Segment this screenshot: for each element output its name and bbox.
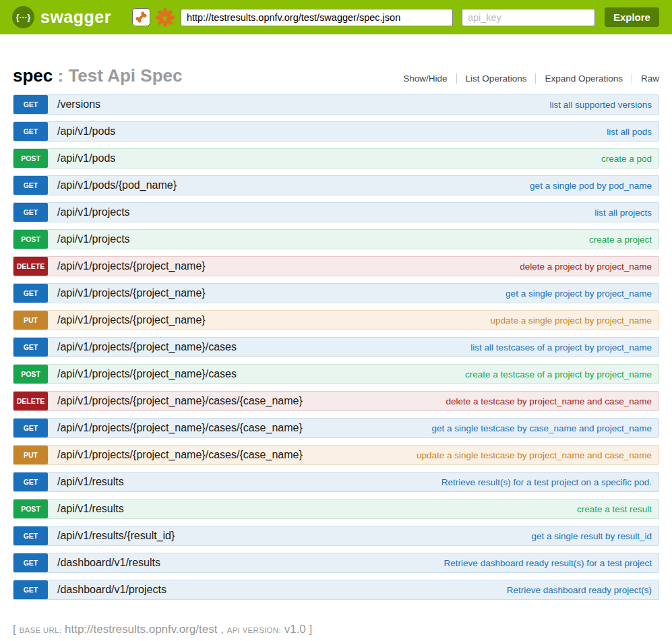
nav-show-hide[interactable]: Show/Hide	[394, 73, 456, 84]
endpoint-summary[interactable]: delete a testcase by project_name and ca…	[446, 396, 659, 406]
endpoint-summary[interactable]: update a single project by project_name	[491, 315, 659, 326]
endpoint-row[interactable]: GET/api/v1/projects/{project_name}/cases…	[13, 337, 659, 357]
pet-store-link-button[interactable]	[132, 8, 150, 26]
gear-heart-icon: ♥	[155, 7, 175, 28]
endpoint-summary[interactable]: create a test result	[577, 504, 659, 514]
method-badge[interactable]: PUT	[13, 446, 48, 464]
bone-icon	[135, 11, 148, 24]
footer-separator: ,	[220, 623, 224, 636]
endpoint-path[interactable]: /api/v1/projects/{project_name}	[57, 314, 206, 326]
page-title: spec : Test Api Spec	[13, 65, 182, 86]
method-badge[interactable]: DELETE	[13, 257, 48, 276]
api-version-value: v1.0	[284, 623, 306, 636]
endpoint-summary[interactable]: get a single pod by pod_name	[530, 181, 659, 191]
method-badge[interactable]: GET	[13, 553, 48, 572]
endpoint-row[interactable]: GET/api/v1/projectslist all projects	[13, 202, 659, 222]
endpoint-path[interactable]: /api/v1/projects/{project_name}	[57, 260, 206, 272]
endpoint-summary[interactable]: Retrieve dashboard ready result(s) for a…	[444, 558, 659, 568]
api-title: Test Api Spec	[68, 65, 182, 86]
method-badge[interactable]: POST	[13, 149, 48, 168]
wordnik-gear-button[interactable]: ♥	[155, 7, 175, 28]
endpoint-row[interactable]: PUT/api/v1/projects/{project_name}update…	[13, 310, 659, 330]
endpoint-summary[interactable]: list all pods	[607, 127, 659, 137]
api-key-input[interactable]	[462, 9, 595, 26]
endpoint-summary[interactable]: update a single testcase by project_name…	[417, 450, 659, 460]
method-badge[interactable]: GET	[13, 284, 48, 303]
method-badge[interactable]: GET	[13, 472, 48, 491]
method-badge[interactable]: GET	[13, 122, 48, 141]
endpoint-summary[interactable]: delete a project by project_name	[520, 262, 659, 272]
endpoint-summary[interactable]: get a single project by project_name	[506, 288, 659, 299]
endpoint-row[interactable]: POST/api/v1/projectscreate a project	[13, 229, 659, 249]
endpoint-path[interactable]: /api/v1/results/{result_id}	[57, 530, 175, 542]
endpoint-row[interactable]: GET/api/v1/podslist all pods	[13, 121, 659, 142]
endpoint-path[interactable]: /api/v1/projects/{project_name}/cases/{c…	[57, 422, 303, 434]
endpoint-summary[interactable]: create a pod	[601, 154, 659, 164]
endpoint-path[interactable]: /api/v1/projects	[57, 206, 130, 218]
endpoint-path[interactable]: /api/v1/projects/{project_name}/cases/{c…	[57, 449, 303, 461]
endpoint-row[interactable]: DELETE/api/v1/projects/{project_name}del…	[13, 256, 659, 276]
endpoint-row[interactable]: GET/api/v1/pods/{pod_name}get a single p…	[13, 175, 659, 195]
endpoint-path[interactable]: /api/v1/projects/{project_name}/cases/{c…	[57, 395, 303, 407]
endpoint-row[interactable]: POST/api/v1/projects/{project_name}/case…	[13, 364, 659, 384]
content-area: spec : Test Api Spec Show/Hide List Oper…	[13, 34, 659, 600]
method-badge[interactable]: GET	[13, 95, 48, 114]
endpoint-path[interactable]: /api/v1/projects/{project_name}	[57, 287, 206, 299]
endpoint-path[interactable]: /versions	[57, 98, 100, 111]
endpoint-row[interactable]: GET/api/v1/projects/{project_name}/cases…	[13, 418, 659, 438]
endpoint-path[interactable]: /api/v1/results	[57, 503, 124, 515]
method-badge[interactable]: POST	[13, 499, 48, 518]
endpoint-list: GET/versionslist all supported versionsG…	[13, 94, 659, 600]
base-url-label: base url:	[19, 626, 61, 634]
endpoint-row[interactable]: PUT/api/v1/projects/{project_name}/cases…	[13, 445, 659, 465]
endpoint-summary[interactable]: create a project	[589, 235, 659, 245]
endpoint-row[interactable]: GET/dashboard/v1/projectsRetrieve dashbo…	[13, 580, 659, 600]
endpoint-row[interactable]: GET/versionslist all supported versions	[13, 94, 659, 115]
endpoint-summary[interactable]: Retrieve result(s) for a test project on…	[441, 477, 659, 487]
endpoint-path[interactable]: /dashboard/v1/projects	[57, 584, 166, 596]
endpoint-summary[interactable]: list all projects	[594, 208, 659, 218]
endpoint-summary[interactable]: list all testcases of a project by proje…	[470, 342, 659, 353]
method-badge[interactable]: GET	[13, 419, 48, 437]
endpoint-row[interactable]: GET/api/v1/resultsRetrieve result(s) for…	[13, 472, 659, 492]
endpoint-path[interactable]: /api/v1/projects/{project_name}/cases	[57, 341, 237, 353]
spec-url-input[interactable]	[181, 9, 453, 26]
api-version-label: api version:	[227, 626, 281, 634]
endpoint-path[interactable]: /api/v1/projects	[57, 233, 130, 245]
nav-list-operations[interactable]: List Operations	[456, 73, 536, 84]
endpoint-row[interactable]: GET/api/v1/projects/{project_name}get a …	[13, 283, 659, 303]
endpoint-path[interactable]: /api/v1/pods	[57, 152, 115, 164]
endpoint-path[interactable]: /api/v1/pods/{pod_name}	[57, 179, 177, 191]
method-badge[interactable]: GET	[13, 580, 48, 599]
resource-name: spec	[13, 65, 53, 86]
nav-expand-operations[interactable]: Expand Operations	[535, 73, 632, 84]
method-badge[interactable]: POST	[13, 230, 48, 249]
method-badge[interactable]: GET	[13, 203, 48, 222]
endpoint-summary[interactable]: create a testcase of a project by projec…	[465, 369, 659, 379]
method-badge[interactable]: GET	[13, 526, 48, 545]
endpoint-summary[interactable]: get a single testcase by case_name and p…	[432, 423, 659, 433]
endpoint-summary[interactable]: list all supported versions	[549, 100, 659, 110]
method-badge[interactable]: POST	[13, 365, 48, 384]
endpoint-path[interactable]: /api/v1/results	[57, 476, 124, 488]
endpoint-row[interactable]: POST/api/v1/resultscreate a test result	[13, 499, 659, 519]
nav-raw[interactable]: Raw	[632, 73, 659, 84]
endpoint-path[interactable]: /dashboard/v1/results	[57, 557, 160, 569]
endpoint-path[interactable]: /api/v1/pods	[57, 125, 115, 138]
endpoint-summary[interactable]: Retrieve dashboard ready project(s)	[507, 585, 659, 595]
method-badge[interactable]: DELETE	[13, 392, 48, 410]
endpoint-row[interactable]: GET/api/v1/results/{result_id}get a sing…	[13, 526, 659, 546]
method-badge[interactable]: GET	[13, 338, 48, 357]
method-badge[interactable]: PUT	[13, 311, 48, 330]
endpoint-row[interactable]: DELETE/api/v1/projects/{project_name}/ca…	[13, 391, 659, 411]
swagger-logo-glyph: {···}	[16, 13, 30, 22]
footer-close-bracket: ]	[309, 623, 313, 636]
base-url-value: http://testresults.opnfv.org/test	[65, 623, 217, 636]
resource-titlebar: spec : Test Api Spec Show/Hide List Oper…	[13, 34, 659, 86]
endpoint-summary[interactable]: get a single result by result_id	[531, 531, 659, 541]
endpoint-path[interactable]: /api/v1/projects/{project_name}/cases	[57, 368, 237, 380]
method-badge[interactable]: GET	[13, 176, 48, 195]
endpoint-row[interactable]: GET/dashboard/v1/resultsRetrieve dashboa…	[13, 553, 659, 573]
explore-button[interactable]: Explore	[605, 7, 659, 27]
endpoint-row[interactable]: POST/api/v1/podscreate a pod	[13, 148, 659, 169]
